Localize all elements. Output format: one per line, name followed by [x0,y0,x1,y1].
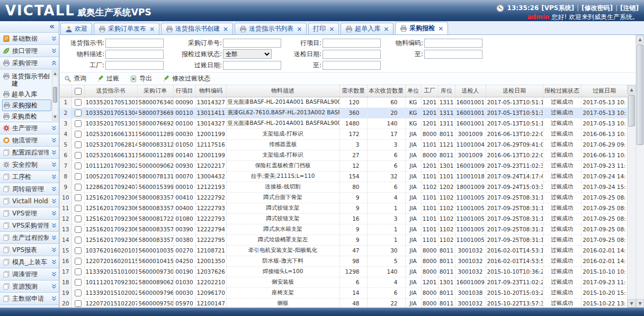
collapse-left-icon[interactable]: « [49,22,55,31]
tab-5[interactable]: 超单入库× [341,23,393,34]
column-header-4[interactable]: 物料描述 [226,85,339,97]
table-row[interactable]: 1012516201709230658000833570041012222792… [60,192,628,203]
table-row[interactable]: 1810111201709230258000890620103012202210… [60,277,628,287]
sidebar-group-5[interactable]: 配置跟踪管理 [0,147,59,159]
main-scrollbar-thumb[interactable] [637,44,643,145]
table-row[interactable]: 510253201706281458000833120105012117516传… [60,139,628,150]
row-checkbox[interactable] [75,162,82,169]
table-row[interactable]: 410253201606131156000112890003012001199支… [60,129,628,139]
tab-4[interactable]: 打印× [308,23,339,34]
column-header-12[interactable]: 报检过账状态 [543,85,581,97]
column-header-2[interactable]: 行项目 [173,85,195,97]
tab-1[interactable]: 采购订单发布× [94,23,159,34]
modify-posting-status-button[interactable]: 修改过账状态 [163,74,210,83]
post-button[interactable]: 过账 [97,74,119,83]
query-button[interactable]: 查询 [64,74,86,83]
row-checkbox[interactable] [75,268,82,275]
sidebar-group-8[interactable]: 周转箱管理 [0,183,59,195]
row-checkbox[interactable] [75,279,82,286]
table-row[interactable]: 1711339201510100156000097300019012037626… [60,266,628,277]
table-row[interactable]: 1412516201709230658000833570038012222795… [60,234,628,245]
sidebar-group-7[interactable]: 工序检 [0,171,59,183]
row-checkbox[interactable] [75,290,82,296]
scroll-down-icon[interactable]: ▼ [636,299,644,308]
sidebar-group-14[interactable]: 模具_上装车 [0,256,59,268]
inspect-date-to-input[interactable] [424,50,482,59]
sidebar-group-1[interactable]: 接口管理 [0,45,59,57]
column-header-0[interactable]: 送货指示书 [84,85,137,97]
scroll-down-icon[interactable]: ▼ [52,114,58,120]
table-row[interactable]: 1612207201602011556000104150425012001350… [60,256,628,266]
posting-date-to-input[interactable] [323,61,381,70]
row-checkbox[interactable] [75,99,82,106]
table-row[interactable]: 310335201705130158000766920010013014327亚… [60,118,628,129]
main-scrollbar[interactable]: ▲ ▼ [636,35,644,308]
close-icon[interactable]: × [438,25,443,32]
sidebar-item-1[interactable]: 超单入库 [2,89,51,100]
column-header-10[interactable]: 送检人 [455,85,486,97]
tab-0[interactable]: 欢迎 [60,23,92,34]
table-row[interactable]: 110335201705130158000763400009013014327亚… [60,97,628,107]
sidebar-group-12[interactable]: 生产过程控制 [0,232,59,244]
link-change-password[interactable]: [修改密码] [582,4,613,12]
row-checkbox[interactable] [75,300,82,307]
grid-scrollbar[interactable]: ▲ ▼ [627,85,636,308]
sidebar-group-16[interactable]: 资源预测 [0,281,59,293]
table-row[interactable]: 2012207201510220756000097500597012100147… [60,298,628,308]
sidebar-group-10[interactable]: VPS管理 [0,207,59,220]
column-header-1[interactable]: 采购订单 [137,85,173,97]
po-number-input[interactable] [223,39,281,48]
scroll-up-icon[interactable]: ▲ [52,71,58,77]
table-row[interactable]: 912286201709240756000153990001012122193连… [60,182,628,192]
column-header-6[interactable]: 本次收货数量 [367,85,405,97]
submenu-scrollbar-thumb[interactable] [53,87,57,103]
table-row[interactable]: 210335201705130458000736690011013011411底… [60,107,628,118]
column-header-13[interactable]: 过账日期 [581,85,628,97]
line-item-input[interactable] [323,39,381,48]
row-checkbox[interactable] [75,141,82,148]
sidebar-item-0[interactable]: 送货指示书创建 [2,71,51,89]
row-checkbox[interactable] [75,258,82,265]
row-checkbox[interactable] [75,120,82,127]
table-row[interactable]: 710111201709230250000090620093012202217保… [60,160,628,171]
submenu-scrollbar[interactable]: ▲▼ [52,70,58,121]
close-icon[interactable]: × [329,25,334,33]
plant-input[interactable] [105,61,164,70]
posting-status-select[interactable]: 全部 [223,49,272,59]
table-row[interactable]: 1212516201709230658000817220108012222793… [60,213,628,224]
column-header-5[interactable]: 需求数量 [339,85,367,97]
table-row[interactable]: 1112516201709230658000833570040012222793… [60,203,628,213]
sidebar-group-11[interactable]: VPS采购管理 [0,220,59,232]
close-icon[interactable]: × [297,25,302,33]
table-row[interactable]: 810052201709240158000781310007013004432拉… [60,171,628,182]
sidebar-group-9[interactable]: Victall Holding [0,195,59,207]
material-code-input[interactable] [424,39,482,48]
export-button[interactable]: 导出 [130,74,152,83]
row-checkbox[interactable] [75,131,82,138]
table-row[interactable]: 1911339201510200256000097960003012096170… [60,287,628,298]
column-header-8[interactable]: 工厂 [421,85,438,97]
row-checkbox[interactable] [75,184,82,191]
tab-2[interactable]: 送货指示书创建× [161,23,233,34]
sidebar-group-3[interactable]: 生产管理 [0,122,59,134]
sidebar-collapse[interactable]: « [0,21,59,33]
link-vps-system[interactable]: [VPS系统] [541,4,574,12]
scroll-up-icon[interactable]: ▲ [636,35,644,43]
table-row[interactable]: 1510376201602010156000100350027012108721… [60,245,628,256]
sidebar-group-4[interactable]: 物流管理 [0,134,59,147]
grid-scrollbar-thumb[interactable] [628,95,635,127]
scroll-down-icon[interactable]: ▼ [628,299,636,308]
sidebar-group-15[interactable]: 调漆管理 [0,268,59,281]
sidebar-group-13[interactable]: VPS报表 [0,244,59,256]
select-all-checkbox[interactable] [75,88,82,95]
row-checkbox[interactable] [75,205,82,212]
row-checkbox[interactable] [75,194,82,201]
column-header-7[interactable]: 单位 [405,85,421,97]
row-checkbox[interactable] [75,247,82,254]
row-checkbox[interactable] [75,110,82,116]
sidebar-item-2[interactable]: 采购报检 [2,100,51,111]
row-checkbox[interactable] [75,215,82,222]
tab-3[interactable]: 送货指示书列表× [235,23,307,34]
sidebar-group-17[interactable]: 主数据申请 [0,293,59,305]
scroll-up-icon[interactable]: ▲ [628,85,636,94]
